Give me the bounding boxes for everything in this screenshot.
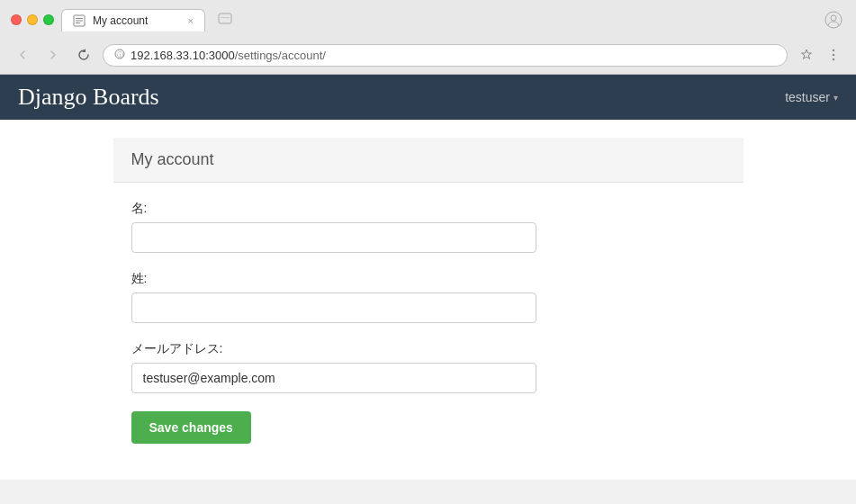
user-menu-caret-icon: ▾ [833,93,838,103]
browser-tab[interactable]: My account × [61,9,205,32]
first-name-input[interactable] [131,222,536,253]
email-label: メールアドレス: [131,341,725,357]
svg-point-11 [833,54,834,56]
maximize-window-button[interactable] [43,14,54,25]
last-name-input[interactable] [131,292,536,323]
minimize-window-button[interactable] [27,14,38,25]
close-window-button[interactable] [11,14,22,25]
tab-close-button[interactable]: × [188,15,194,26]
url-host: 192.168.33.10:3000 [131,49,235,62]
svg-point-7 [831,15,836,21]
app-content: Django Boards testuser ▾ My account 名: 姓… [0,75,856,480]
svg-text:ⓘ: ⓘ [117,51,123,58]
user-menu[interactable]: testuser ▾ [785,90,838,104]
email-input[interactable] [131,363,536,393]
last-name-group: 姓: [131,271,725,323]
first-name-label: 名: [131,201,725,217]
address-bar-actions [795,43,845,67]
browser-menu-button[interactable] [822,43,845,67]
svg-point-10 [833,50,834,51]
svg-point-12 [833,58,834,60]
lock-icon: ⓘ [114,49,125,62]
tab-title: My account [93,14,148,27]
refresh-button[interactable] [72,43,95,67]
bookmark-button[interactable] [795,43,818,67]
save-changes-button[interactable]: Save changes [131,411,251,444]
page-title: My account [131,150,725,169]
browser-addressbar: ⓘ 192.168.33.10:3000/settings/account/ [0,40,856,74]
svg-rect-4 [219,14,231,23]
tab-favicon-icon [73,14,86,27]
url-path: /settings/account/ [235,49,326,62]
email-group: メールアドレス: [131,341,725,393]
app-navbar: Django Boards testuser ▾ [0,75,856,120]
svg-rect-2 [76,20,83,21]
page-header: My account [113,138,743,183]
new-tab-button[interactable] [212,7,238,32]
svg-rect-1 [76,18,83,19]
first-name-group: 名: [131,201,725,253]
form-container: 名: 姓: メールアドレス: Save changes [113,201,743,480]
forward-button[interactable] [41,43,65,67]
browser-chrome: My account × [0,0,856,75]
username-label: testuser [785,90,830,104]
svg-rect-3 [76,22,80,23]
app-brand[interactable]: Django Boards [18,84,159,111]
browser-titlebar: My account × [0,0,856,40]
traffic-lights [11,14,54,25]
last-name-label: 姓: [131,271,725,287]
browser-profile-button[interactable] [822,8,845,32]
address-bar[interactable]: ⓘ 192.168.33.10:3000/settings/account/ [103,44,788,67]
url-text: 192.168.33.10:3000/settings/account/ [131,49,326,62]
submit-group: Save changes [131,411,725,444]
back-button[interactable] [11,43,34,67]
